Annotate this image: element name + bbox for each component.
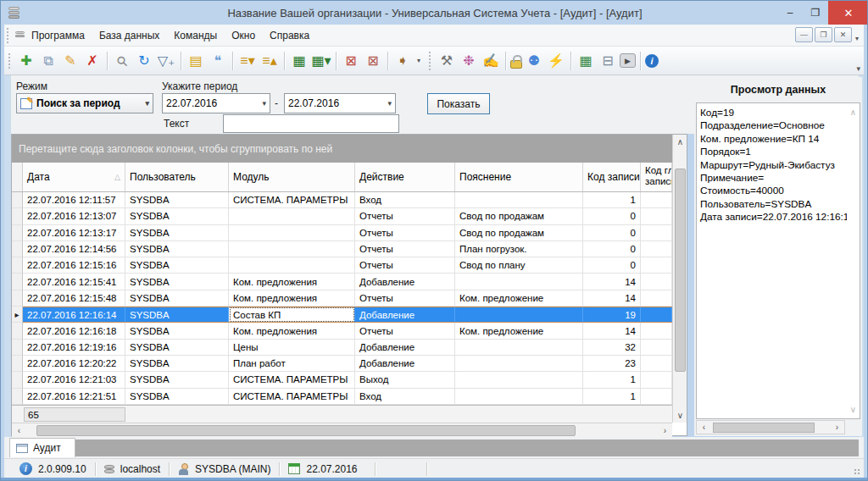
table-row[interactable]: 22.07.2016 12:15:41SYSDBAКом. предложени… <box>12 274 672 290</box>
date-segment: 22.07.2016 <box>280 459 365 479</box>
detail-line[interactable]: Дата записи=22.07.2016 12:16:14 <box>697 211 860 224</box>
detail-line[interactable]: Стоимость=40000 <box>697 185 860 197</box>
scrollbar-thumb[interactable] <box>36 425 576 436</box>
minimize-button[interactable]: – <box>777 1 803 25</box>
close-button[interactable]: ✕ <box>828 1 868 25</box>
column-header-4[interactable]: Действие <box>355 163 455 191</box>
report-designer-icon[interactable]: ✍ <box>481 51 501 71</box>
mdi-restore-button[interactable]: ❐ <box>815 27 832 42</box>
detail-listbox[interactable]: Код=19Подразделение=ОсновноеКом. предлож… <box>696 102 860 419</box>
table-row[interactable]: 22.07.2016 12:16:18SYSDBAКом. предложени… <box>12 323 672 339</box>
comments-icon[interactable]: ❝ <box>208 51 228 71</box>
detail-line[interactable]: Подразделение=Основное <box>697 119 860 132</box>
delete-icon[interactable]: ✗ <box>82 51 103 71</box>
expand-tree-icon[interactable]: ≡▾ <box>237 51 258 71</box>
scrollbar-thumb[interactable] <box>675 169 686 372</box>
grid-view-icon[interactable]: ▦ <box>576 51 596 71</box>
scroll-left-icon[interactable]: ‹ <box>12 423 26 438</box>
group-by-bar[interactable]: Перетащите сюда заголовок колонки, чтобы… <box>12 135 672 163</box>
tools-icon[interactable]: ⚒ <box>437 51 457 71</box>
cell: 14 <box>583 323 641 339</box>
maximize-button[interactable]: ❐ <box>803 1 828 25</box>
table-row[interactable]: 22.07.2016 12:11:57SYSDBAСИСТЕМА. ПАРАМЕ… <box>12 192 672 208</box>
mdi-close-button[interactable]: ✕ <box>834 27 852 42</box>
best-fit-icon[interactable]: ▤ <box>186 51 206 71</box>
exit-menu-arrow-icon[interactable]: ▾ <box>415 51 423 71</box>
scroll-right-icon[interactable]: › <box>658 423 672 438</box>
connection-icon[interactable]: ⚡ <box>546 51 566 71</box>
scrollbar-thumb[interactable] <box>713 423 815 433</box>
search-icon[interactable]: ⚲ <box>108 47 136 75</box>
resize-grip-icon[interactable] <box>854 468 861 476</box>
toolbar-grip[interactable] <box>8 53 12 69</box>
cell: Ком. предложения <box>229 323 355 339</box>
column-header-3[interactable]: Модуль <box>229 163 355 191</box>
copy-icon[interactable]: ⧉ <box>38 51 58 71</box>
menu-item-5[interactable]: Справка <box>270 30 309 41</box>
palette-icon[interactable]: ❉ <box>459 51 479 71</box>
scroll-down-icon[interactable]: ∨ <box>847 402 860 417</box>
play-icon[interactable]: ▶ <box>620 53 636 68</box>
grid-vertical-scrollbar[interactable]: ∧ ∨ <box>672 135 687 423</box>
date-to-select[interactable]: 22.07.2016 ▾ <box>284 93 396 113</box>
filter-icon[interactable]: ▽₊ <box>156 51 176 71</box>
table-row[interactable]: 22.07.2016 12:21:51SYSDBAСИСТЕМА. ПАРАМЕ… <box>12 389 672 405</box>
table-row[interactable]: ▸22.07.2016 12:16:14SYSDBAСостав КПДобав… <box>12 307 672 323</box>
lock-icon[interactable] <box>510 60 522 69</box>
scroll-up-icon[interactable]: ∧ <box>673 135 687 149</box>
grid-horizontal-scrollbar[interactable]: ‹ › <box>12 423 672 437</box>
column-header-7[interactable]: Код гл записи <box>641 163 672 191</box>
detail-line[interactable]: Порядок=1 <box>697 146 860 158</box>
column-header-label: Модуль <box>233 171 270 183</box>
scroll-up-icon[interactable]: ∧ <box>847 105 860 119</box>
detail-line[interactable]: Пользователь=SYSDBA <box>697 198 860 211</box>
table-row[interactable]: 22.07.2016 12:21:03SYSDBAСИСТЕМА. ПАРАМЕ… <box>12 372 672 388</box>
date-from-select[interactable]: 22.07.2016 ▾ <box>162 93 270 113</box>
add-icon[interactable]: ✚ <box>16 51 36 71</box>
table-row[interactable]: 22.07.2016 12:13:17SYSDBAОтчетыСвод по п… <box>12 225 672 241</box>
text-filter-input[interactable] <box>223 114 399 133</box>
tab-audit[interactable]: Аудит <box>9 438 75 457</box>
users-icon[interactable]: ⚉ <box>524 51 544 71</box>
scroll-down-icon[interactable]: ∨ <box>673 408 687 423</box>
detail-horizontal-scrollbar[interactable]: ‹ › <box>696 420 845 434</box>
refresh-icon[interactable]: ↻ <box>134 51 154 71</box>
column-header-1[interactable]: Дата△ <box>23 163 125 191</box>
mode-select[interactable]: Поиск за период ▾ <box>16 93 153 113</box>
edit-icon[interactable]: ✎ <box>60 51 81 71</box>
column-header-2[interactable]: Пользователь <box>125 163 229 191</box>
table-row[interactable]: 22.07.2016 12:15:16SYSDBAОтчетыСвод по п… <box>12 257 672 274</box>
menu-item-3[interactable]: Команды <box>174 30 217 41</box>
export-excel-icon[interactable]: ▦ <box>289 51 309 71</box>
menu-overflow-icon[interactable]: ▾ <box>855 35 859 42</box>
mdi-minimize-button[interactable]: — <box>795 27 813 42</box>
close-all-views-icon[interactable]: ⊠ <box>363 51 383 71</box>
info-icon[interactable]: i <box>645 54 659 68</box>
table-row[interactable]: 22.07.2016 12:19:16SYSDBAЦеныДобавление3… <box>12 340 672 356</box>
close-view-icon[interactable]: ⊠ <box>341 51 361 71</box>
toolbar-overflow-icon[interactable]: ▾ <box>856 64 860 73</box>
collapse-tree-icon[interactable]: ≡▴ <box>259 51 280 71</box>
show-button[interactable]: Показать <box>427 93 490 114</box>
menu-item-4[interactable]: Окно <box>231 30 255 41</box>
tab-bar: Аудит <box>4 437 864 458</box>
table-row[interactable]: 22.07.2016 12:13:07SYSDBAОтчетыСвод по п… <box>12 208 672 224</box>
scroll-right-icon[interactable]: › <box>830 420 844 434</box>
detail-line[interactable]: Код=19 <box>697 107 860 119</box>
detail-line[interactable]: Ком. предложение=КП 14 <box>697 133 860 146</box>
column-header-6[interactable]: Код записи <box>583 163 641 191</box>
menu-item-2[interactable]: База данных <box>99 30 159 41</box>
table-row[interactable]: 22.07.2016 12:20:22SYSDBAПлан работДобав… <box>12 356 672 372</box>
detail-vertical-scrollbar[interactable]: ∧ ∨ <box>847 103 860 418</box>
menu-item-1[interactable]: Программа <box>31 30 85 41</box>
column-header-5[interactable]: Пояснение <box>455 163 583 191</box>
table-row[interactable]: 22.07.2016 12:14:56SYSDBAОтчетыПлан погр… <box>12 241 672 257</box>
exit-icon[interactable]: ➧ <box>392 51 413 71</box>
table-row[interactable]: 22.07.2016 12:15:48SYSDBAКом. предложени… <box>12 290 672 307</box>
detail-line[interactable]: Примечание= <box>697 172 860 185</box>
scroll-left-icon[interactable]: ‹ <box>697 420 711 434</box>
print-icon[interactable]: ⊟ <box>598 51 618 71</box>
detail-line[interactable]: Маршрут=Рудный-Экибастуз <box>697 159 860 172</box>
drag-grip[interactable] <box>7 28 10 43</box>
export-excel-menu-icon[interactable]: ▦▾ <box>311 51 331 71</box>
